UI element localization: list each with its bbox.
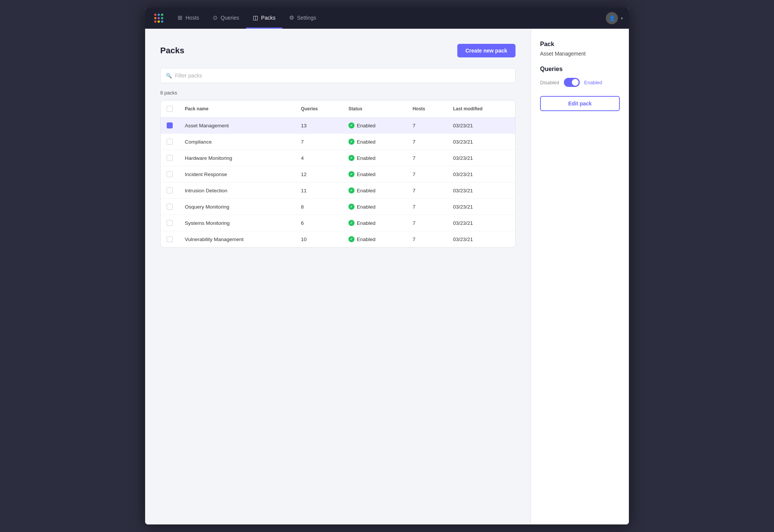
page-header: Packs Create new pack: [160, 44, 515, 57]
nav-item-settings-label: Settings: [297, 15, 316, 21]
table-row[interactable]: Osquery Monitoring 8 Enabled 7 03/23/21: [161, 199, 515, 215]
select-all-checkbox[interactable]: [167, 106, 173, 112]
queries-cell: 13: [295, 118, 342, 134]
nav-item-queries[interactable]: ⊙ Queries: [206, 8, 246, 29]
queries-cell: 4: [295, 150, 342, 166]
row-checkbox[interactable]: [167, 204, 173, 210]
status-cell: Enabled: [342, 199, 407, 215]
row-checkbox[interactable]: [167, 139, 173, 145]
queries-cell: 6: [295, 215, 342, 231]
logo-grid: [154, 14, 163, 23]
modified-cell: 03/23/21: [447, 231, 515, 247]
status-enabled-icon: [348, 220, 354, 226]
hosts-cell: 7: [407, 134, 447, 150]
modified-cell: 03/23/21: [447, 118, 515, 134]
status-cell: Enabled: [342, 215, 407, 231]
top-nav: ⊞ Hosts ⊙ Queries ◫ Packs ⚙ Settings 👤 ▾: [145, 8, 629, 29]
nav-items: ⊞ Hosts ⊙ Queries ◫ Packs ⚙ Settings: [171, 8, 604, 29]
filter-bar: 🔍: [160, 68, 515, 83]
status-enabled-icon: [348, 139, 354, 145]
modified-cell: 03/23/21: [447, 134, 515, 150]
nav-item-packs-label: Packs: [261, 15, 276, 21]
table-row[interactable]: Vulnerability Management 10 Enabled 7 03…: [161, 231, 515, 247]
pack-name-cell: Hardware Monitoring: [179, 150, 295, 166]
status-label: Enabled: [357, 220, 376, 226]
toggle-row: Disabled Enabled: [540, 78, 620, 87]
col-hosts: Hosts: [407, 101, 447, 118]
logo: [151, 11, 166, 26]
status-enabled-icon: [348, 204, 354, 210]
hosts-cell: 7: [407, 150, 447, 166]
toggle-thumb: [572, 79, 579, 86]
pack-name-cell: Compliance: [179, 134, 295, 150]
table-row[interactable]: Systems Monitoring 6 Enabled 7 03/23/21: [161, 215, 515, 231]
row-checkbox[interactable]: [167, 155, 173, 161]
queries-cell: 12: [295, 166, 342, 182]
col-queries: Queries: [295, 101, 342, 118]
panel-pack-title: Pack: [540, 41, 620, 48]
toggle-enabled-label: Enabled: [584, 80, 602, 85]
hosts-cell: 7: [407, 166, 447, 182]
toggle-disabled-label: Disabled: [540, 80, 559, 85]
queries-toggle[interactable]: [564, 78, 580, 87]
modified-cell: 03/23/21: [447, 150, 515, 166]
packs-tbody: Asset Management 13 Enabled 7 03/23/21 C…: [161, 118, 515, 247]
pack-name-cell: Vulnerability Management: [179, 231, 295, 247]
pack-name-cell: Intrusion Detection: [179, 182, 295, 199]
col-pack-name: Pack name: [179, 101, 295, 118]
nav-item-settings[interactable]: ⚙ Settings: [282, 8, 323, 29]
queries-cell: 10: [295, 231, 342, 247]
row-checkbox[interactable]: [167, 236, 173, 242]
nav-item-queries-label: Queries: [221, 15, 239, 21]
create-new-pack-button[interactable]: Create new pack: [457, 44, 516, 57]
queries-icon: ⊙: [213, 14, 218, 21]
table-row[interactable]: Compliance 7 Enabled 7 03/23/21: [161, 134, 515, 150]
status-cell: Enabled: [342, 150, 407, 166]
left-pane: Packs Create new pack 🔍 8 packs Pack nam…: [145, 29, 531, 524]
status-cell: Enabled: [342, 118, 407, 134]
col-status: Status: [342, 101, 407, 118]
row-checkbox[interactable]: [167, 187, 173, 193]
modified-cell: 03/23/21: [447, 182, 515, 199]
status-enabled-icon: [348, 122, 354, 128]
pack-name-cell: Osquery Monitoring: [179, 199, 295, 215]
row-checkbox[interactable]: [167, 220, 173, 226]
hosts-cell: 7: [407, 215, 447, 231]
packs-table-container: Pack name Queries Status Hosts Last modi…: [160, 100, 515, 247]
table-header-row: Pack name Queries Status Hosts Last modi…: [161, 101, 515, 118]
nav-item-hosts-label: Hosts: [186, 15, 199, 21]
nav-item-packs[interactable]: ◫ Packs: [246, 8, 282, 29]
status-cell: Enabled: [342, 182, 407, 199]
table-row[interactable]: Asset Management 13 Enabled 7 03/23/21: [161, 118, 515, 134]
queries-cell: 8: [295, 199, 342, 215]
main-content: Packs Create new pack 🔍 8 packs Pack nam…: [145, 29, 629, 524]
filter-packs-input[interactable]: [175, 73, 510, 79]
table-row[interactable]: Hardware Monitoring 4 Enabled 7 03/23/21: [161, 150, 515, 166]
avatar[interactable]: 👤: [606, 12, 618, 24]
search-icon: 🔍: [166, 73, 172, 79]
panel-queries-title: Queries: [540, 66, 620, 73]
status-cell: Enabled: [342, 166, 407, 182]
table-row[interactable]: Intrusion Detection 11 Enabled 7 03/23/2…: [161, 182, 515, 199]
hosts-cell: 7: [407, 118, 447, 134]
row-checkbox[interactable]: [167, 122, 173, 128]
packs-icon: ◫: [253, 14, 258, 21]
status-label: Enabled: [357, 204, 376, 210]
col-last-modified: Last modified: [447, 101, 515, 118]
nav-item-hosts[interactable]: ⊞ Hosts: [171, 8, 206, 29]
table-row[interactable]: Incident Response 12 Enabled 7 03/23/21: [161, 166, 515, 182]
edit-pack-button[interactable]: Edit pack: [540, 96, 620, 111]
status-enabled-icon: [348, 187, 354, 193]
modified-cell: 03/23/21: [447, 215, 515, 231]
status-cell: Enabled: [342, 231, 407, 247]
right-panel: Pack Asset Management Queries Disabled E…: [531, 29, 629, 524]
hosts-cell: 7: [407, 199, 447, 215]
row-checkbox[interactable]: [167, 171, 173, 177]
modified-cell: 03/23/21: [447, 199, 515, 215]
pack-name-cell: Asset Management: [179, 118, 295, 134]
settings-icon: ⚙: [289, 14, 294, 21]
packs-table: Pack name Queries Status Hosts Last modi…: [161, 101, 515, 247]
hosts-cell: 7: [407, 182, 447, 199]
modified-cell: 03/23/21: [447, 166, 515, 182]
status-cell: Enabled: [342, 134, 407, 150]
